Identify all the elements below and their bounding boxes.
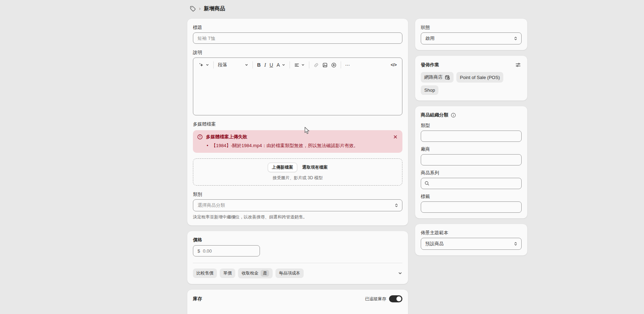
status-value: 啟用 (425, 35, 435, 42)
media-upload-error-banner: 多媒體檔案上傳失敗 • 【1984】-關於1984.mp4：由於檔案類型無效，所… (193, 130, 402, 153)
track-inventory-label: 已追蹤庫存 (365, 296, 386, 302)
close-icon[interactable] (393, 134, 398, 140)
info-icon[interactable] (451, 113, 456, 118)
toolbar-divider (213, 61, 214, 68)
select-existing-file-link[interactable]: 選取現有檔案 (302, 164, 328, 170)
type-input[interactable] (421, 131, 522, 142)
warning-icon (197, 134, 203, 140)
category-help-text: 決定稅率並新增中繼欄位，以改善搜尋、篩選和跨管道銷售。 (193, 214, 402, 220)
sidebar-column: 狀態 啟用 發佈作業 網路商店 (415, 19, 527, 255)
chevron-down-icon[interactable] (398, 271, 402, 276)
vendor-input[interactable] (421, 154, 522, 165)
currency-prefix: $ (198, 248, 200, 254)
video-icon[interactable] (329, 61, 338, 69)
category-placeholder: 選擇商品分類 (198, 202, 225, 209)
title-label: 標題 (193, 24, 402, 31)
price-field: $ (193, 245, 260, 256)
underline-button[interactable]: U (268, 61, 275, 69)
chevron-right-icon: › (199, 6, 201, 11)
select-chevron-icon (394, 203, 399, 207)
category-select[interactable]: 選擇商品分類 (193, 199, 402, 211)
channel-label: Shop (424, 87, 435, 93)
organization-title: 商品組織分類 (421, 112, 448, 118)
toolbar-divider (341, 61, 341, 68)
charge-tax-chip[interactable]: 收取稅金 是 (238, 268, 273, 278)
status-card: 狀態 啟用 (415, 19, 527, 50)
media-dropzone[interactable]: 上傳新檔案 選取現有檔案 接受圖片、影片或 3D 模型 (193, 158, 402, 186)
calendar-clock-icon[interactable] (445, 75, 450, 80)
sales-channels: 網路商店 Point of Sale (POS) Shop (421, 72, 522, 95)
main-column: 標題 說明 段落 (187, 19, 408, 314)
vendor-label: 廠商 (421, 146, 522, 152)
link-icon[interactable] (312, 61, 321, 69)
paragraph-style-value: 段落 (218, 62, 227, 68)
toolbar-divider (309, 61, 309, 68)
theme-template-select[interactable]: 預設商品 (421, 238, 522, 250)
toolbar-divider (290, 61, 290, 68)
theme-template-card: 佈景主題範本 預設商品 (415, 224, 527, 255)
theme-template-value: 預設商品 (425, 241, 444, 247)
tags-input[interactable] (421, 201, 522, 213)
error-detail: 【1984】-關於1984.mp4：由於檔案類型無效，所以無法確認影片有效。 (212, 143, 358, 149)
editor-toolbar: 段落 B I U A (193, 58, 402, 72)
page-title: 新增商品 (204, 5, 225, 12)
tags-label: 標籤 (421, 193, 522, 200)
status-select[interactable]: 啟用 (421, 32, 522, 44)
channel-label: 網路商店 (424, 74, 443, 80)
error-title: 多媒體檔案上傳失敗 (206, 134, 247, 140)
status-label: 狀態 (421, 24, 522, 31)
publishing-card: 發佈作業 網路商店 Point of Sale ( (415, 56, 527, 101)
category-label: 類別 (193, 191, 402, 198)
product-organization-card: 商品組織分類 類型 廠商 商品系列 (415, 106, 527, 218)
image-icon[interactable] (321, 61, 329, 69)
description-label: 說明 (193, 49, 402, 56)
toolbar-divider (253, 61, 253, 68)
price-input[interactable] (202, 248, 255, 254)
type-label: 類型 (421, 122, 522, 129)
unit-price-chip[interactable]: 單價 (220, 268, 235, 278)
channel-shop: Shop (421, 85, 438, 95)
editor-content[interactable] (193, 72, 402, 115)
charge-tax-label: 收取稅金 (242, 270, 259, 276)
title-input[interactable] (193, 32, 402, 44)
product-details-card: 標題 說明 段落 (187, 19, 408, 225)
select-chevron-icon (514, 242, 518, 246)
inventory-title: 庫存 (193, 296, 202, 302)
upload-new-file-button[interactable]: 上傳新檔案 (268, 163, 297, 172)
cost-per-item-chip[interactable]: 每品項成本 (275, 268, 304, 278)
channel-online-store: 網路商店 (421, 72, 454, 83)
search-icon (424, 181, 430, 186)
code-view-icon[interactable]: </> (389, 61, 399, 69)
pricing-title: 價格 (193, 237, 402, 243)
charge-tax-value: 是 (261, 270, 269, 277)
theme-template-label: 佈景主題範本 (421, 230, 522, 236)
paragraph-style-select[interactable]: 段落 (216, 60, 250, 70)
media-label: 多媒體檔案 (193, 121, 402, 127)
bullet: • (207, 143, 208, 149)
publishing-title: 發佈作業 (421, 62, 439, 68)
collections-input[interactable] (421, 178, 522, 189)
breadcrumb: › 新增商品 (190, 4, 225, 13)
text-color-button[interactable]: A (275, 61, 287, 69)
select-chevron-icon (514, 36, 518, 41)
channel-pos: Point of Sale (POS) (456, 72, 503, 83)
bold-button[interactable]: B (255, 61, 262, 69)
ai-sparkle-button[interactable] (197, 61, 211, 69)
sliders-icon[interactable] (515, 61, 522, 68)
accepted-formats-hint: 接受圖片、影片或 3D 模型 (197, 175, 399, 181)
track-inventory-toggle[interactable] (389, 295, 402, 302)
inventory-card: 庫存 已追蹤庫存 (187, 290, 408, 314)
more-options-icon[interactable]: ⋯ (344, 61, 352, 69)
italic-button[interactable]: I (262, 61, 268, 69)
compare-at-price-chip[interactable]: 比較售價 (193, 268, 217, 278)
channel-label: Point of Sale (POS) (460, 75, 500, 80)
pricing-card: 價格 $ 比較售價 單價 收取稅金 是 每品項成本 (187, 231, 408, 284)
rich-text-editor: 段落 B I U A (193, 58, 402, 115)
tag-icon[interactable] (190, 6, 196, 12)
alignment-button[interactable] (292, 61, 306, 69)
collections-label: 商品系列 (421, 170, 522, 176)
add-product-page: › 新增商品 標題 說明 段 (0, 0, 644, 314)
pricing-options-row: 比較售價 單價 收取稅金 是 每品項成本 (193, 263, 402, 278)
